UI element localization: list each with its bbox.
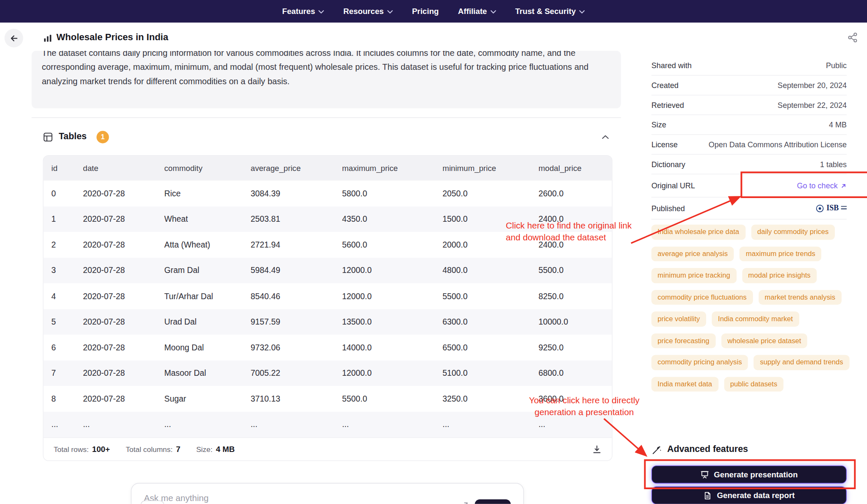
- publisher-name: ISB: [826, 204, 839, 212]
- table-row: 52020-07-28Urad Dal9157.5913500.06300.01…: [44, 309, 612, 335]
- table-row: 72020-07-28Masoor Dal7005.2212000.05100.…: [44, 360, 612, 386]
- table-cell: 13500.0: [342, 317, 442, 326]
- share-icon[interactable]: [847, 32, 858, 43]
- tag-commodity-pricing-analysis[interactable]: commodity pricing analysis: [652, 355, 748, 370]
- table-cell: Tur/Arhar Dal: [164, 292, 251, 300]
- metadata-row-retrieved: RetrievedSeptember 22, 2024: [652, 95, 847, 115]
- table-cell: 3600.0: [538, 394, 612, 403]
- table-cell: 5: [51, 317, 83, 326]
- chevron-down-icon: [318, 10, 324, 14]
- presentation-icon: [700, 470, 709, 479]
- external-link-icon: [840, 182, 847, 189]
- metadata-row-published: PublishedISB: [652, 198, 847, 220]
- download-button[interactable]: [592, 444, 602, 454]
- metadata-row-size: Size4 MB: [652, 115, 847, 135]
- chevron-down-icon: [387, 10, 392, 14]
- ask-toolbar-chip[interactable]: [141, 501, 164, 504]
- table-cell: 4: [51, 292, 83, 300]
- tag-market-trends-analysis[interactable]: market trends analysis: [759, 290, 842, 305]
- isb-emblem-icon: [816, 204, 824, 212]
- logo-text-lines: [841, 206, 847, 211]
- page-header: Wholesale Prices in India: [0, 22, 867, 51]
- arrow-left-icon: [9, 33, 18, 42]
- table-row: 22020-07-28Atta (Wheat)2721.945600.02000…: [44, 232, 612, 258]
- tag-india-commodity-market[interactable]: India commodity market: [712, 311, 799, 326]
- tag-price-volatility[interactable]: price volatility: [652, 311, 706, 326]
- generate-data-report-button[interactable]: Generate data report: [652, 486, 847, 504]
- table-cell: 3710.13: [251, 394, 342, 403]
- table-cell: 2020-07-28: [83, 369, 164, 377]
- table-cell: ...: [51, 420, 83, 429]
- nav-item-label: Trust & Security: [515, 7, 576, 16]
- ask-input[interactable]: Ask me anything: [131, 483, 524, 504]
- table-cell: 8: [51, 394, 83, 403]
- nav-item-trust-security[interactable]: Trust & Security: [515, 7, 585, 16]
- table-cell: 12000.0: [342, 266, 442, 275]
- table-cell: ...: [442, 420, 538, 429]
- data-table: iddatecommodityaverage_pricemaximum_pric…: [43, 155, 612, 461]
- metadata-value: Open Data Commons Attribution License: [709, 140, 847, 149]
- tag-supply-and-demand-trends[interactable]: supply and demand trends: [754, 355, 849, 370]
- table-cell: 6300.0: [442, 317, 538, 326]
- metadata-value: Public: [826, 61, 847, 70]
- ask-attach-icon[interactable]: [462, 501, 469, 504]
- ask-submit-button[interactable]: [475, 499, 511, 504]
- tag-daily-commodity-prices[interactable]: daily commodity prices: [751, 225, 835, 240]
- table-cell: 2020-07-28: [83, 394, 164, 403]
- metadata-value: 1 tables: [820, 160, 847, 168]
- metadata-label: Retrieved: [652, 101, 684, 109]
- metadata-label: Created: [652, 81, 679, 89]
- metadata-value: September 20, 2024: [778, 81, 847, 89]
- table-cell: 3250.0: [442, 394, 538, 403]
- table-cell: 3: [51, 266, 83, 275]
- tag-india-market-data[interactable]: India market data: [652, 377, 718, 391]
- metadata-value: 4 MB: [829, 121, 847, 129]
- table-cell: 2600.0: [538, 189, 612, 198]
- column-header-minimum-price: minimum_price: [442, 164, 538, 173]
- tag-average-price-analysis[interactable]: average price analysis: [652, 246, 734, 261]
- table-body: 02020-07-28Rice3084.395800.02050.02600.0…: [44, 181, 612, 438]
- tag-india-wholesale-price-data[interactable]: India wholesale price data: [652, 225, 746, 240]
- table-cell: 2020-07-28: [83, 343, 164, 352]
- table-cell: ...: [83, 420, 164, 429]
- table-cell: 6: [51, 343, 83, 352]
- table-cell: 4800.0: [442, 266, 538, 275]
- table-cell: 2020-07-28: [83, 292, 164, 300]
- table-cell: 12000.0: [342, 369, 442, 377]
- nav-item-resources[interactable]: Resources: [343, 7, 393, 16]
- tag-commodity-price-fluctuations[interactable]: commodity price fluctuations: [652, 290, 753, 305]
- table-cell: 2400.0: [538, 240, 612, 249]
- tag-modal-price-insights[interactable]: modal price insights: [742, 268, 817, 283]
- dataset-detail-page: FeaturesResourcesPricingAffiliateTrust &…: [0, 0, 867, 504]
- tag-price-forecasting[interactable]: price forecasting: [652, 333, 716, 348]
- generate-presentation-button[interactable]: Generate presentation: [652, 465, 847, 484]
- tag-maximum-price-trends[interactable]: maximum price trends: [740, 246, 821, 261]
- table-cell: 5500.0: [442, 292, 538, 300]
- tag-list: India wholesale price datadaily commodit…: [652, 225, 850, 392]
- table-cell: 5500.0: [342, 394, 442, 403]
- table-cell: 6800.0: [538, 369, 612, 377]
- nav-item-features[interactable]: Features: [282, 7, 324, 16]
- table-row: 02020-07-28Rice3084.395800.02050.02600.0: [44, 181, 612, 207]
- table-cell: Gram Dal: [164, 266, 251, 275]
- table-cell: 1: [51, 215, 83, 223]
- table-header-row: iddatecommodityaverage_pricemaximum_pric…: [44, 156, 612, 181]
- metadata-label: Size: [652, 121, 666, 129]
- tag-minimum-price-tracking[interactable]: minimum price tracking: [652, 268, 737, 283]
- go-to-check-link[interactable]: Go to check: [797, 182, 847, 190]
- table-cell: 2050.0: [442, 189, 538, 198]
- table-cell: Wheat: [164, 215, 251, 223]
- advanced-features-title: Advanced features: [667, 444, 748, 454]
- metadata-panel: Shared withPublicCreatedSeptember 20, 20…: [652, 56, 847, 220]
- page-title: Wholesale Prices in India: [56, 32, 168, 42]
- chevron-down-icon: [579, 10, 585, 14]
- back-button[interactable]: [5, 29, 23, 47]
- chevron-up-icon[interactable]: [602, 135, 609, 140]
- tag-wholesale-price-dataset[interactable]: wholesale price dataset: [721, 333, 808, 348]
- nav-item-affiliate[interactable]: Affiliate: [458, 7, 496, 16]
- metadata-row-original-url: Original URLGo to check: [652, 174, 847, 198]
- tag-public-datasets[interactable]: public datasets: [724, 377, 784, 391]
- table-cell: 2503.81: [251, 215, 342, 223]
- nav-item-pricing[interactable]: Pricing: [412, 7, 439, 16]
- table-row: .....................: [44, 412, 612, 438]
